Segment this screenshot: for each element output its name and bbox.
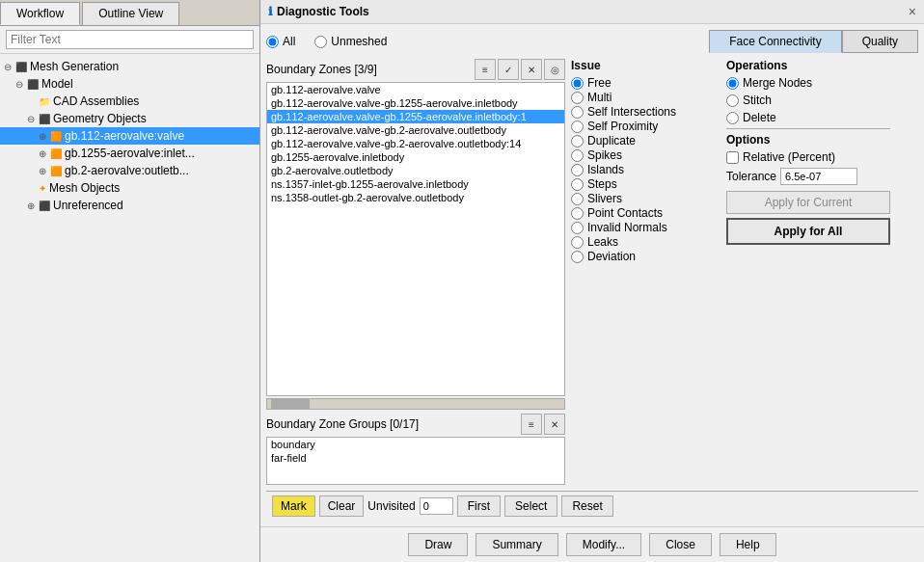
tree-item-model[interactable]: ⊖ ⬛ Model bbox=[0, 75, 259, 93]
diag-title-bar: ℹ Diagnostic Tools × bbox=[260, 0, 924, 24]
left-panel: Workflow Outline View ⊖ ⬛ Mesh Generatio… bbox=[0, 0, 260, 562]
boundary-zone-item[interactable]: gb.112-aerovalve.valve-gb.1255-aerovalve… bbox=[267, 110, 564, 123]
issue-item[interactable]: Leaks bbox=[571, 235, 720, 249]
tree-item-mesh-objects[interactable]: ✦ Mesh Objects bbox=[0, 179, 259, 197]
filter-clear-icon[interactable]: ✕ bbox=[521, 59, 542, 80]
expand-icon[interactable]: ⊕ bbox=[27, 201, 37, 211]
issue-item[interactable]: Duplicate bbox=[571, 134, 720, 147]
boundary-zone-item[interactable]: gb.112-aerovalve.valve-gb.1255-aerovalve… bbox=[267, 96, 564, 110]
mark-button[interactable]: Mark bbox=[272, 495, 315, 517]
boundary-zone-item[interactable]: gb.112-aerovalve.valve bbox=[267, 83, 564, 96]
filter-check-icon[interactable]: ✓ bbox=[498, 59, 519, 80]
issue-item[interactable]: Slivers bbox=[571, 192, 720, 205]
tree-item-gb1255-inlet[interactable]: ⊕ 🟧 gb.1255-aerovalve:inlet... bbox=[0, 145, 259, 162]
draw-button[interactable]: Draw bbox=[408, 533, 468, 556]
issue-item[interactable]: Spikes bbox=[571, 148, 720, 162]
issue-item[interactable]: Point Contacts bbox=[571, 206, 720, 220]
tree-item-cad-assemblies[interactable]: 📁 CAD Assemblies bbox=[0, 93, 259, 110]
tree-item-gb2-outletb[interactable]: ⊕ 🟧 gb.2-aerovalve:outletb... bbox=[0, 162, 259, 179]
mesh-obj-icon: ✦ bbox=[39, 183, 46, 194]
boundary-zone-item[interactable]: gb.2-aerovalve.outletbody bbox=[267, 164, 564, 177]
filter-input[interactable] bbox=[6, 30, 254, 49]
tab-outline-view[interactable]: Outline View bbox=[82, 2, 179, 25]
tree-label: Geometry Objects bbox=[53, 112, 147, 125]
radio-unmeshed[interactable]: Unmeshed bbox=[314, 35, 387, 48]
tree-item-gb112-valve[interactable]: ⊕ 🟧 gb.112-aerovalve:valve bbox=[0, 127, 259, 145]
unvisited-input[interactable] bbox=[420, 497, 453, 515]
close-diag-button[interactable]: Close bbox=[649, 533, 712, 556]
tab-quality[interactable]: Quality bbox=[842, 30, 918, 53]
expand-icon[interactable]: ⊖ bbox=[15, 79, 25, 90]
tree-label: gb.2-aerovalve:outletb... bbox=[65, 164, 189, 177]
tree-label: Mesh Generation bbox=[30, 60, 119, 73]
close-button[interactable]: × bbox=[909, 4, 916, 19]
diag-panel: ℹ Diagnostic Tools × All Unmeshed Face C… bbox=[260, 0, 924, 562]
issue-item[interactable]: Invalid Normals bbox=[571, 221, 720, 234]
boundary-zone-item[interactable]: gb.1255-aerovalve.inletbody bbox=[267, 150, 564, 164]
obj-icon: 🟧 bbox=[50, 166, 62, 176]
tolerance-input[interactable] bbox=[780, 168, 857, 185]
ops-item[interactable]: Stitch bbox=[726, 94, 890, 107]
bz-icons: ≡ ✓ ✕ ◎ bbox=[475, 59, 565, 80]
issue-item[interactable]: Self Proximity bbox=[571, 120, 720, 133]
tree-item-geo-objects[interactable]: ⊖ ⬛ Geometry Objects bbox=[0, 110, 259, 127]
expand-icon[interactable]: ⊖ bbox=[27, 114, 37, 124]
modify-button[interactable]: Modify... bbox=[566, 533, 641, 556]
reset-button[interactable]: Reset bbox=[561, 495, 612, 517]
issue-label: Leaks bbox=[587, 235, 618, 249]
issue-item[interactable]: Multi bbox=[571, 91, 720, 104]
issue-item[interactable]: Self Intersections bbox=[571, 105, 720, 119]
tree-item-mesh-gen[interactable]: ⊖ ⬛ Mesh Generation bbox=[0, 58, 259, 75]
clear-button[interactable]: Clear bbox=[319, 495, 365, 517]
h-scrollbar[interactable] bbox=[266, 398, 565, 410]
bz-groups-icons: ≡ ✕ bbox=[521, 414, 565, 435]
bz-group-item[interactable]: far-field bbox=[267, 451, 564, 465]
group-filter-icon[interactable]: ≡ bbox=[521, 414, 542, 435]
first-button[interactable]: First bbox=[457, 495, 501, 517]
apply-all-button[interactable]: Apply for All bbox=[726, 218, 890, 245]
boundary-zone-item[interactable]: gb.112-aerovalve.valve-gb.2-aerovalve.ou… bbox=[267, 137, 564, 150]
expand-icon[interactable]: ⊕ bbox=[39, 148, 48, 159]
radio-all[interactable]: All bbox=[266, 35, 295, 48]
tab-workflow[interactable]: Workflow bbox=[0, 2, 80, 25]
bottom-bar: Mark Clear Unvisited First Select Reset bbox=[266, 491, 918, 521]
filter-all-icon[interactable]: ≡ bbox=[475, 59, 496, 80]
obj-icon: 🟧 bbox=[50, 131, 62, 142]
select-button[interactable]: Select bbox=[504, 495, 557, 517]
apply-current-button[interactable]: Apply for Current bbox=[726, 191, 890, 214]
issue-label: Invalid Normals bbox=[587, 221, 667, 234]
ops-item[interactable]: Delete bbox=[726, 111, 890, 124]
filter-box bbox=[0, 26, 259, 54]
boundary-zone-groups-list[interactable]: boundaryfar-field bbox=[266, 437, 565, 485]
issue-item[interactable]: Deviation bbox=[571, 250, 720, 263]
boundary-zone-item[interactable]: ns.1357-inlet-gb.1255-aerovalve.inletbod… bbox=[267, 177, 564, 191]
diag-content: All Unmeshed Face Connectivity Quality B… bbox=[260, 24, 924, 526]
ops-label: Stitch bbox=[743, 94, 772, 107]
relative-percent-checkbox[interactable]: Relative (Percent) bbox=[726, 150, 890, 164]
bz-groups-section: Boundary Zone Groups [0/17] ≡ ✕ boundary… bbox=[266, 414, 565, 485]
obj-icon: 🟧 bbox=[50, 148, 62, 159]
folder-icon: 📁 bbox=[39, 96, 50, 107]
issue-item[interactable]: Islands bbox=[571, 163, 720, 176]
tolerance-row: Tolerance bbox=[726, 168, 890, 185]
tree-item-unreferenced[interactable]: ⊕ ⬛ Unreferenced bbox=[0, 197, 259, 214]
bz-group-item[interactable]: boundary bbox=[267, 438, 564, 451]
unref-icon: ⬛ bbox=[39, 201, 50, 211]
boundary-zone-item[interactable]: gb.112-aerovalve.valve-gb.2-aerovalve.ou… bbox=[267, 123, 564, 137]
tolerance-label: Tolerance bbox=[726, 170, 776, 183]
expand-icon[interactable]: ⊕ bbox=[39, 131, 48, 142]
expand-icon[interactable]: ⊖ bbox=[4, 62, 14, 72]
expand-icon[interactable]: ⊕ bbox=[39, 166, 48, 176]
tab-face-connectivity[interactable]: Face Connectivity bbox=[709, 30, 841, 53]
issue-item[interactable]: Steps bbox=[571, 177, 720, 191]
ops-item[interactable]: Merge Nodes bbox=[726, 76, 890, 90]
boundary-zones-list[interactable]: gb.112-aerovalve.valvegb.112-aerovalve.v… bbox=[266, 82, 565, 396]
issue-item[interactable]: Free bbox=[571, 76, 720, 90]
issue-label: Multi bbox=[587, 91, 611, 104]
help-button[interactable]: Help bbox=[720, 533, 776, 556]
group-clear-icon[interactable]: ✕ bbox=[544, 414, 565, 435]
bz-groups-title: Boundary Zone Groups [0/17] bbox=[266, 417, 419, 431]
summary-button[interactable]: Summary bbox=[476, 533, 557, 556]
boundary-zone-item[interactable]: ns.1358-outlet-gb.2-aerovalve.outletbody bbox=[267, 191, 564, 204]
target-icon[interactable]: ◎ bbox=[544, 59, 565, 80]
